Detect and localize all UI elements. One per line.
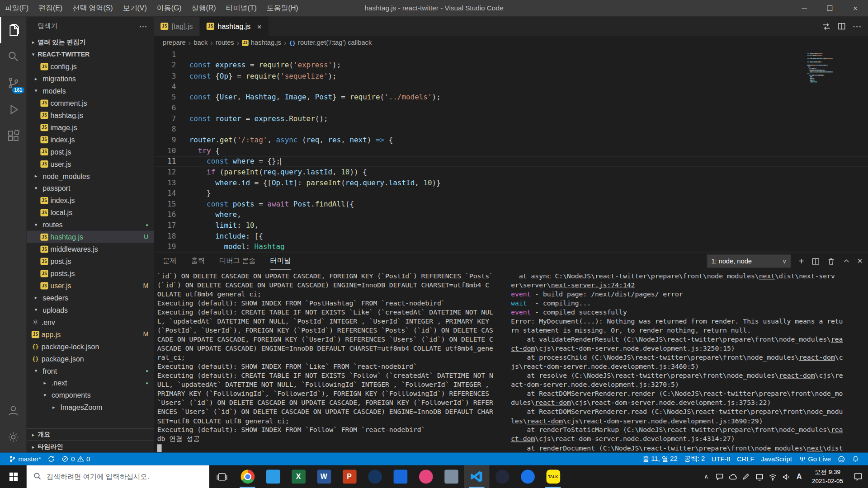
breadcrumb-item[interactable]: back (193, 39, 208, 47)
sync-icon[interactable] (44, 453, 58, 465)
open-changes-icon[interactable] (822, 22, 831, 31)
status-language-mode[interactable]: JavaScript (758, 453, 795, 465)
code-line[interactable]: 18 include: [{ (154, 231, 868, 242)
tree-item-uploads[interactable]: ▾uploads (27, 304, 154, 316)
feedback-smiley-icon[interactable] (834, 453, 849, 465)
tree-item-hashtag.js[interactable]: JShashtag.js (27, 109, 154, 121)
outline-section[interactable]: ▸ 개요 (27, 428, 154, 441)
activity-source-control-icon[interactable]: 161 (0, 70, 27, 96)
app-gray-icon[interactable] (439, 465, 464, 488)
notifications-bell-icon[interactable] (849, 453, 863, 465)
code-line[interactable]: 1 (154, 49, 868, 60)
split-terminal-icon[interactable] (811, 257, 820, 265)
close-button[interactable]: × (843, 0, 868, 17)
maximize-button[interactable]: ☐ (817, 0, 842, 17)
status-encoding[interactable]: UTF-8 (708, 453, 733, 465)
tree-item-user.js[interactable]: JSuser.js (27, 158, 154, 170)
tree-item-passport[interactable]: ▾passport (27, 182, 154, 194)
status-indentation[interactable]: 공백: 2 (681, 453, 708, 465)
activity-account-icon[interactable] (0, 397, 27, 424)
tree-item-hashtag.js[interactable]: JShashtag.jsU (27, 231, 154, 243)
terminal-right[interactable]: at async C:\NodeJS\react-twitter\prepare… (511, 272, 868, 452)
taskbar-search[interactable] (27, 465, 209, 488)
tree-item-ImagesZoom[interactable]: ▸ImagesZoom (27, 401, 154, 413)
tray-cloud-icon[interactable] (726, 465, 739, 488)
more-actions-icon[interactable]: ⋯ (853, 22, 862, 31)
menubar-item[interactable]: 편집(E) (33, 0, 67, 17)
tree-item-config.js[interactable]: JSconfig.js (27, 60, 154, 72)
code-line[interactable]: 3const {Op} = require('sequelize'); (154, 70, 868, 81)
tray-display-icon[interactable] (753, 465, 766, 488)
menubar-item[interactable]: 선택 영역(S) (67, 0, 118, 17)
notification-center-icon[interactable] (848, 465, 868, 488)
kakaotalk-icon[interactable]: TALK (540, 465, 566, 488)
tree-item-models[interactable]: ▾models (27, 84, 154, 97)
panel-tab-터미널[interactable]: 터미널 (270, 252, 291, 270)
menubar-item[interactable]: 실행(R) (187, 0, 221, 17)
activity-run-and-debug-icon[interactable] (0, 96, 27, 123)
minimize-button[interactable]: ─ (792, 0, 817, 17)
tray-expand-icon[interactable]: ∧ (699, 465, 712, 488)
code-line[interactable]: 15 const posts = await Post.findAll({ (154, 199, 868, 210)
tree-item-post.js[interactable]: JSpost.js (27, 145, 154, 158)
activity-explorer-icon[interactable] (0, 17, 27, 43)
code-line[interactable]: 11 const where = {}; (154, 156, 868, 167)
close-tab-icon[interactable]: × (257, 22, 262, 31)
new-terminal-icon[interactable]: + (799, 257, 804, 266)
activity-search-icon[interactable] (0, 43, 27, 70)
tree-item-migrations[interactable]: ▸migrations (27, 72, 154, 84)
maximize-panel-icon[interactable] (842, 257, 850, 265)
tree-item-local.js[interactable]: JSlocal.js (27, 206, 154, 219)
editor-tab-[tag].js[interactable]: JS[tag].js (154, 17, 200, 36)
app-map-icon[interactable] (515, 465, 540, 488)
tray-pen-icon[interactable] (740, 465, 753, 488)
tree-item-.env[interactable]: .env (27, 316, 154, 328)
code-line[interactable]: 5const {User, Hashtag, Image, Post} = re… (154, 92, 868, 103)
taskbar-search-input[interactable] (47, 473, 203, 480)
code-line[interactable]: 6 (154, 103, 868, 113)
breadcrumb-item[interactable]: prepare (163, 39, 186, 47)
tree-item-middlewares.js[interactable]: JSmiddlewares.js (27, 243, 154, 255)
vscode-icon[interactable] (464, 465, 489, 488)
tree-item-index.js[interactable]: JSindex.js (27, 194, 154, 206)
app-pink-icon[interactable] (413, 465, 438, 488)
tree-item-index.js[interactable]: JSindex.js (27, 133, 154, 145)
status-cursor-position[interactable]: 줄 11, 열 22 (639, 453, 681, 465)
tree-item-app.js[interactable]: JSapp.jsM (27, 328, 154, 340)
start-button[interactable] (0, 465, 27, 488)
app-dark-icon[interactable] (489, 465, 514, 488)
activity-manage-icon[interactable] (0, 424, 27, 450)
tree-item-user.js[interactable]: JSuser.jsM (27, 279, 154, 291)
workspace-root-section[interactable]: ▾ REACT-TWITTER (27, 48, 154, 61)
open-editors-section[interactable]: ▸ 열려 있는 편집기 (27, 36, 154, 48)
task-view-icon[interactable] (209, 465, 235, 488)
problems-indicator[interactable]: 00 (58, 453, 94, 465)
tree-item-posts.js[interactable]: JSposts.js (27, 267, 154, 279)
code-line[interactable]: 16 where, (154, 209, 868, 220)
code-line[interactable]: 13 where.id = {[Op.lt]: parseInt(req.que… (154, 178, 868, 188)
powerpoint-icon[interactable]: P (336, 465, 362, 488)
tree-item-components[interactable]: ▾components (27, 389, 154, 401)
tray-network-icon[interactable] (766, 465, 779, 488)
minimap[interactable] (807, 52, 842, 83)
close-panel-icon[interactable]: × (857, 257, 862, 266)
app-blue-icon[interactable] (260, 465, 286, 488)
code-line[interactable]: 12 if (parseInt(req.query.lastId, 10)) { (154, 167, 868, 178)
breadcrumb-item[interactable]: {}router.get('/:tag') callback (289, 39, 372, 47)
menubar-item[interactable]: 이동(G) (152, 0, 187, 17)
split-editor-icon[interactable] (838, 22, 846, 30)
tree-item-image.js[interactable]: JSimage.js (27, 121, 154, 133)
chrome-icon[interactable] (235, 465, 260, 488)
code-line[interactable]: 2const express = require('express'); (154, 60, 868, 71)
code-line[interactable]: 4 (154, 81, 868, 92)
status-go-live[interactable]: Go Live (795, 453, 834, 465)
menubar-item[interactable]: 도움말(H) (262, 0, 303, 17)
code-line[interactable]: 7const router = express.Router(); (154, 113, 868, 124)
breadcrumb-item[interactable]: routes (216, 39, 234, 47)
code-line[interactable]: 17 limit: 10, (154, 220, 868, 231)
app-navy-icon[interactable] (362, 465, 387, 488)
tree-item-.next[interactable]: ▸.next● (27, 377, 154, 389)
code-line[interactable]: 9router.get('/:tag', async (req, res, ne… (154, 135, 868, 145)
word-icon[interactable]: W (311, 465, 336, 488)
app-blue-2-icon[interactable] (387, 465, 413, 488)
